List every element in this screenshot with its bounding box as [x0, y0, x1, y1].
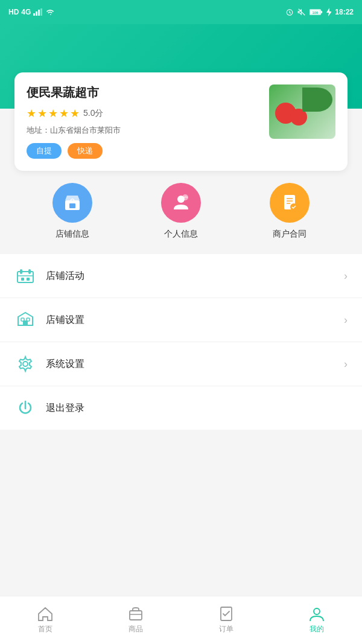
signal-hd: HD [8, 8, 19, 16]
svg-text:100: 100 [313, 11, 319, 14]
menu-item-merchant-contract[interactable]: 商户合同 [270, 183, 310, 240]
star-4: ★ [59, 107, 69, 120]
home-nav-icon [37, 606, 53, 622]
store-activity-arrow: › [344, 270, 348, 282]
products-nav-icon [128, 606, 144, 622]
system-settings-arrow: › [344, 358, 348, 371]
shop-icon [62, 193, 83, 213]
mute-icon [297, 8, 306, 16]
system-settings-icon-wrap [14, 353, 36, 375]
nav-item-products[interactable]: 商品 [91, 606, 181, 634]
logout-icon-wrap [14, 397, 36, 419]
merchant-contract-icon-circle [270, 183, 310, 223]
vegetable-bg [269, 84, 335, 139]
store-address: 地址：山东省烟台市莱阳市 [27, 125, 259, 136]
svg-rect-26 [27, 318, 30, 321]
wifi-icon [45, 8, 55, 16]
system-settings-label: 系统设置 [46, 358, 344, 371]
store-info-label: 店铺信息 [56, 229, 89, 240]
svg-rect-20 [28, 269, 31, 274]
person-icon [171, 193, 191, 213]
signal-bars-icon [33, 8, 43, 16]
star-1: ★ [27, 107, 36, 120]
status-right: 100 18:22 [285, 8, 354, 16]
list-item-store-activity[interactable]: 店铺活动 › [0, 254, 362, 298]
store-info: 便民果蔬超市 ★ ★ ★ ★ ★ 5.0分 地址：山东省烟台市莱阳市 自提 快递 [27, 84, 269, 159]
svg-rect-0 [33, 13, 35, 16]
list-section: 店铺活动 › 店铺设置 › 系统设置 [0, 254, 362, 430]
svg-rect-29 [130, 611, 142, 620]
svg-rect-1 [36, 11, 37, 16]
gear-icon [16, 355, 34, 373]
store-rating: ★ ★ ★ ★ ★ 5.0分 [27, 107, 259, 120]
svg-rect-3 [40, 8, 42, 16]
list-item-store-settings[interactable]: 店铺设置 › [0, 298, 362, 342]
orders-nav-icon [218, 606, 234, 622]
svg-rect-25 [21, 318, 24, 321]
svg-rect-23 [27, 278, 30, 281]
store-info-icon-circle [52, 183, 92, 223]
tag-ziti[interactable]: 自提 [27, 143, 62, 159]
status-left: HD 4G [8, 8, 55, 16]
nav-home-label: 首页 [38, 624, 52, 634]
store-settings-icon-wrap [14, 309, 36, 331]
store-image [269, 84, 335, 139]
leaf-decoration [302, 88, 332, 112]
star-rating: ★ ★ ★ ★ ★ [27, 107, 80, 120]
nav-mine-label: 我的 [310, 624, 324, 634]
svg-point-32 [314, 608, 320, 614]
svg-rect-10 [69, 203, 75, 208]
main-content: 便民果蔬超市 ★ ★ ★ ★ ★ 5.0分 地址：山东省烟台市莱阳市 自提 快递 [0, 24, 362, 596]
svg-rect-18 [17, 272, 33, 282]
contract-icon [279, 193, 300, 213]
store-tags: 自提 快递 [27, 143, 259, 159]
mine-nav-icon [309, 606, 325, 622]
personal-info-icon-circle [161, 183, 201, 223]
star-3: ★ [48, 107, 58, 120]
star-2: ★ [37, 107, 47, 120]
nav-item-orders[interactable]: 订单 [181, 606, 272, 634]
rating-score: 5.0分 [83, 108, 103, 119]
store-settings-icon [16, 311, 34, 329]
signal-4g: 4G [21, 8, 31, 16]
bottom-nav: 首页 商品 订单 我的 [0, 596, 362, 644]
svg-rect-22 [21, 278, 24, 281]
svg-point-27 [23, 362, 28, 366]
store-settings-label: 店铺设置 [46, 314, 344, 327]
store-activity-label: 店铺活动 [46, 270, 344, 282]
store-activity-icon-wrap [14, 265, 36, 287]
svg-rect-7 [321, 11, 323, 13]
list-item-logout[interactable]: 退出登录 [0, 386, 362, 430]
menu-icons-section: 店铺信息 个人信息 [0, 183, 362, 240]
menu-item-store-info[interactable]: 店铺信息 [52, 183, 92, 240]
alarm-icon [285, 8, 294, 16]
nav-item-home[interactable]: 首页 [0, 606, 91, 634]
nav-item-mine[interactable]: 我的 [272, 606, 362, 634]
battery-icon: 100 [310, 8, 323, 16]
nav-orders-label: 订单 [219, 624, 233, 634]
status-bar: HD 4G 100 18:22 [0, 0, 362, 24]
store-name: 便民果蔬超市 [27, 84, 259, 101]
power-icon [16, 399, 34, 417]
store-activity-icon [16, 267, 34, 285]
list-item-system-settings[interactable]: 系统设置 › [0, 342, 362, 386]
menu-item-personal-info[interactable]: 个人信息 [161, 183, 201, 240]
nav-products-label: 商品 [129, 624, 143, 634]
clock-time: 18:22 [335, 8, 354, 16]
svg-rect-19 [20, 269, 22, 274]
personal-info-label: 个人信息 [164, 229, 198, 240]
star-5: ★ [70, 107, 80, 120]
svg-rect-2 [38, 10, 40, 16]
store-card: 便民果蔬超市 ★ ★ ★ ★ ★ 5.0分 地址：山东省烟台市莱阳市 自提 快递 [14, 72, 348, 171]
store-settings-arrow: › [344, 314, 348, 327]
tag-kuaidi[interactable]: 快递 [68, 143, 103, 159]
bolt-icon [326, 8, 331, 16]
merchant-contract-label: 商户合同 [273, 229, 306, 240]
logout-label: 退出登录 [46, 402, 348, 415]
